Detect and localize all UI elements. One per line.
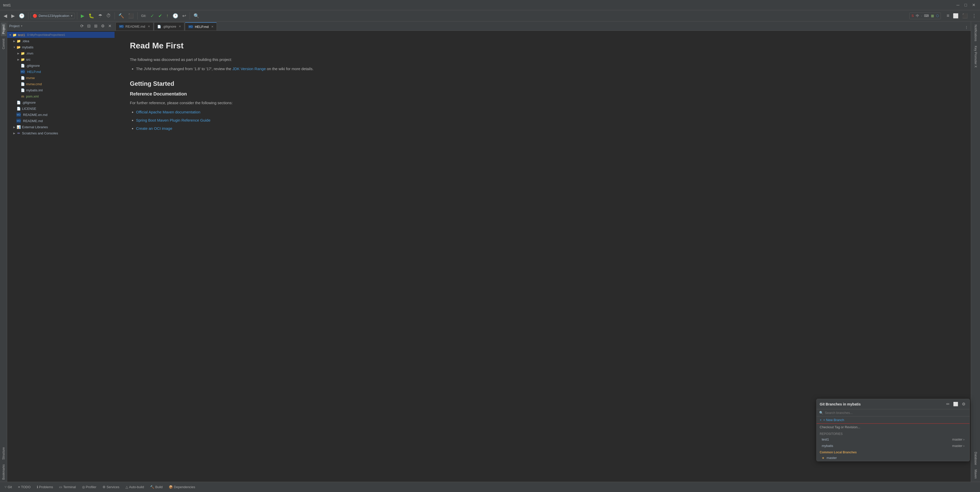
tab-readme[interactable]: MD README.md ✕ <box>116 22 153 30</box>
list-item-springboot: Spring Boot Maven Plugin Reference Guide <box>136 117 955 123</box>
back-button[interactable]: ◀ <box>2 12 9 20</box>
dependencies-tab-label: Dependencies <box>174 485 195 489</box>
popup-expand-btn[interactable]: ⬜ <box>952 401 959 407</box>
layout-list-btn[interactable]: ≡ <box>945 12 951 19</box>
tree-item-mybatis[interactable]: ▼ 📂 mybatis <box>7 44 115 50</box>
profile-button[interactable]: ⏱ <box>105 12 113 19</box>
tree-item-src[interactable]: ▶ 📁 src <box>7 56 115 62</box>
bottom-tab-profiler[interactable]: ◎ Profiler <box>80 484 99 490</box>
project-expand-btn[interactable]: ⊞ <box>93 23 99 29</box>
toolbar-separator-2 <box>77 12 77 19</box>
tree-item-mybatisiml[interactable]: 📄 mybatis.iml <box>7 87 115 93</box>
popup-search-input[interactable] <box>825 411 967 415</box>
run-button[interactable]: ▶ <box>79 12 86 20</box>
bottom-tab-git[interactable]: ⑂ Git <box>2 484 14 490</box>
minimize-button[interactable]: ─ <box>955 2 961 8</box>
tree-item-gitignore2[interactable]: 📄 .gitignore <box>7 62 115 69</box>
layout-split-btn[interactable]: ⬜ <box>951 12 960 20</box>
new-branch-action[interactable]: + + New Branch <box>817 417 969 423</box>
tree-root[interactable]: ▼ 📁 test1 D:\MyProject\IdeaProject\test1 <box>7 32 115 38</box>
popup-search-area[interactable]: 🔍 <box>817 409 969 417</box>
tree-item-helpmd2[interactable]: MD HELP.md <box>7 69 115 75</box>
bottom-tab-build[interactable]: 🔨 Build <box>148 484 165 490</box>
stop-button[interactable]: ⬛ <box>127 12 135 20</box>
run-config-dropdown[interactable]: 🔴 Demo123Application ▾ <box>30 13 75 19</box>
content-h1: Read Me First <box>130 41 955 50</box>
project-sync-btn[interactable]: ⟳ <box>79 23 84 29</box>
tree-item-license[interactable]: 📄 LICENSE <box>7 105 115 112</box>
helpmd-tab-close[interactable]: ✕ <box>211 25 213 29</box>
right-panel-database[interactable]: Database <box>973 450 978 467</box>
debug-button[interactable]: 🐛 <box>87 12 95 20</box>
springboot-maven-link[interactable]: Spring Boot Maven Plugin Reference Guide <box>136 118 210 122</box>
repo-mybatis[interactable]: mybatis master › <box>817 442 969 449</box>
plugin-icon-4[interactable]: ⌨ <box>923 14 930 18</box>
tab-bookmarks[interactable]: Bookmarks <box>1 462 6 482</box>
right-panel-keypromoter[interactable]: Key Promoter X <box>973 44 978 70</box>
tab-structure[interactable]: Structure <box>1 445 6 462</box>
git-tick-button[interactable]: ✔ <box>157 12 164 20</box>
readme-tab-close[interactable]: ✕ <box>148 25 150 28</box>
branch-master-name: master <box>827 456 837 460</box>
coverage-button[interactable]: ☂ <box>97 12 104 20</box>
root-arrow: ▼ <box>8 33 12 37</box>
tree-item-mvnw[interactable]: 📄 mvnw <box>7 75 115 81</box>
tree-item-scratches[interactable]: ▶ ✏ Scratches and Consoles <box>7 130 115 136</box>
bottom-tab-autobuild[interactable]: △ Auto-build <box>123 484 147 490</box>
git-check-button[interactable]: ✓ <box>149 12 156 20</box>
branch-master[interactable]: ★ master <box>817 455 969 461</box>
right-panel-notifications[interactable]: Notifications <box>973 22 978 43</box>
oci-image-link[interactable]: Create an OCI image <box>136 126 172 131</box>
forward-button[interactable]: ▶ <box>10 12 16 20</box>
git-history-button[interactable]: 🕐 <box>171 12 180 20</box>
tree-item-gitignore3[interactable]: 📄 .gitignore <box>7 99 115 105</box>
checkout-tag-action[interactable]: Checkout Tag or Revision... <box>817 423 969 431</box>
todo-tab-icon: ≡ <box>18 485 20 489</box>
tree-item-idea[interactable]: ▶ 📁 .idea <box>7 38 115 44</box>
right-panel-maven[interactable]: Maven <box>973 467 978 481</box>
gitignore-tab-close[interactable]: ✕ <box>179 25 181 28</box>
tree-item-readmeenmd[interactable]: MD README.en.md <box>7 112 115 118</box>
more-options-button[interactable]: ⋮ <box>970 12 978 20</box>
plugin-icon-6[interactable]: ⬡ <box>935 14 940 18</box>
tree-item-extlibs[interactable]: ▶ 📊 External Libraries <box>7 124 115 130</box>
bottom-tab-terminal[interactable]: ▭ Terminal <box>57 484 78 490</box>
maximize-button[interactable]: □ <box>963 2 969 8</box>
tree-item-readmemd[interactable]: MD README.md <box>7 118 115 124</box>
apache-maven-link[interactable]: Official Apache Maven documentation <box>136 110 200 114</box>
git-undo-button[interactable]: ↩ <box>181 12 188 20</box>
repo-test1[interactable]: test1 master › <box>817 436 969 442</box>
popup-edit-btn[interactable]: ✏ <box>945 401 951 407</box>
root-folder-icon: 📁 <box>12 32 17 37</box>
jdk-version-link[interactable]: JDK Version Range <box>232 67 266 71</box>
new-branch-label: + New Branch <box>823 418 844 422</box>
close-button[interactable]: ✕ <box>970 2 977 8</box>
recent-files-button[interactable]: 🕐 <box>18 12 26 20</box>
project-collapse-btn[interactable]: ⊟ <box>86 23 92 29</box>
git-push-button[interactable]: ↑ <box>165 12 170 19</box>
tab-helpmd[interactable]: MD HELP.md ✕ <box>185 22 217 30</box>
plugin-icon-3[interactable]: · <box>920 14 923 18</box>
tree-item-pomxml[interactable]: m pom.xml <box>7 93 115 99</box>
project-settings-btn[interactable]: ⚙ <box>100 23 106 29</box>
tab-gitignore[interactable]: 📄 .gitignore ✕ <box>154 22 185 30</box>
more-tabs-btn[interactable]: ⋮ <box>963 24 970 30</box>
bottom-tab-todo[interactable]: ≡ TODO <box>16 484 33 490</box>
plugin-icon-1[interactable]: S <box>911 14 915 18</box>
bottom-tab-dependencies[interactable]: 📦 Dependencies <box>166 484 198 490</box>
bottom-tab-problems[interactable]: ℹ Problems <box>34 484 56 490</box>
terminal-tab-label: Terminal <box>63 485 76 489</box>
build-button[interactable]: 🔨 <box>117 12 126 20</box>
plugin-icon-5[interactable]: ▦ <box>930 14 935 18</box>
services-tab-icon: ⚙ <box>102 485 106 489</box>
tree-item-mvn[interactable]: ▶ 📁 .mvn <box>7 50 115 56</box>
plugin-icon-2[interactable]: 中 <box>915 13 920 18</box>
tab-project[interactable]: Project <box>1 22 6 36</box>
tab-commit[interactable]: Commit <box>1 37 6 51</box>
layout-full-btn[interactable]: ⬛ <box>961 12 969 20</box>
bottom-tab-services[interactable]: ⚙ Services <box>100 484 122 490</box>
tree-item-mvnwcmd[interactable]: 📄 mvnw.cmd <box>7 81 115 87</box>
project-close-btn[interactable]: ✕ <box>107 23 113 29</box>
popup-settings-btn[interactable]: ⚙ <box>961 401 966 407</box>
search-everywhere-button[interactable]: 🔍 <box>192 12 201 20</box>
